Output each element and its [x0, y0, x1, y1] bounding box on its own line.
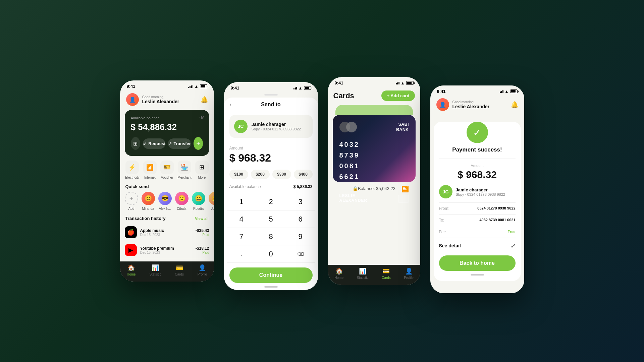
amount-label-4: Amount	[434, 159, 521, 169]
tx-youtube[interactable]: ▶ Youtube premium Dec 15, 2023 -$18,12 P…	[125, 241, 209, 259]
nav-home-1[interactable]: 🏠 Home	[127, 264, 136, 276]
key-dot[interactable]: .	[227, 245, 256, 263]
preset-100[interactable]: $100	[229, 170, 248, 179]
icon-internet[interactable]: 📶 Internet	[143, 161, 157, 179]
tx-apple-music[interactable]: 🍎 Apple music Dec 15, 2023 -$35,43 Paid	[125, 224, 209, 241]
cards-header: Cards + Add card	[328, 87, 420, 105]
status-icons-1: ▲	[188, 84, 207, 89]
success-header: 👤 Good morning, Leslie Alexander 🔔	[430, 96, 524, 115]
back-home-button[interactable]: Back to home	[439, 255, 516, 271]
key-8[interactable]: 8	[256, 228, 286, 245]
eye-icon[interactable]: 👁	[199, 115, 205, 121]
contact-alex[interactable]: 😎 Alex h...	[158, 192, 172, 210]
wifi-icon: ▲	[195, 84, 199, 89]
home-header: 👤 Good morning, Leslie Alexander 🔔	[120, 90, 214, 110]
nav-home-3[interactable]: 🏠 Home	[334, 267, 343, 280]
balance-card: 👁 Available balance $ 54,886.32 ⊞ ↙Reque…	[125, 110, 209, 156]
contact-joh[interactable]: 🤗 Joh...	[209, 192, 214, 210]
contact-dibala[interactable]: 🙂 Dibala	[175, 192, 189, 210]
contact-rosdia[interactable]: 😄 Rosdia	[192, 192, 205, 210]
transfer-button[interactable]: ↗Transfer	[168, 138, 191, 149]
key-backspace[interactable]: ⌫	[286, 245, 315, 263]
card-bg	[335, 105, 413, 115]
balance-amount: $ 54,886.32	[131, 122, 203, 132]
success-amount: $ 968.32	[434, 169, 521, 180]
nav-statistic-1[interactable]: 📊 Statistic	[149, 264, 161, 276]
nav-cards-3[interactable]: 💳 Cards	[382, 267, 391, 280]
numpad: 1 2 3 4 5 6 7 8 9 . 0 ⌫	[224, 192, 318, 264]
recipient-avatar-4: JC	[439, 185, 452, 198]
nav-profile-1[interactable]: 👤 Profile	[198, 264, 207, 276]
icon-more[interactable]: ⊞ More	[195, 161, 209, 179]
request-button[interactable]: ↙Request	[143, 138, 165, 149]
key-4[interactable]: 4	[227, 210, 256, 228]
user-name-1: Leslie Alexander	[142, 99, 179, 104]
key-3[interactable]: 3	[286, 193, 315, 210]
icon-merchant[interactable]: 🏪 Merchant	[177, 161, 192, 179]
contactless-icon: 📶	[401, 185, 409, 193]
balance-label: Available balance	[131, 116, 203, 120]
amount-section: Amount $ 968.32	[224, 141, 318, 167]
preset-400[interactable]: $400	[294, 170, 313, 179]
status-bar-3: 9:41 ▲	[328, 77, 420, 87]
key-2[interactable]: 2	[256, 193, 286, 210]
preset-200[interactable]: $200	[251, 170, 270, 179]
icon-voucher[interactable]: 🎫 Voucher	[160, 161, 174, 179]
avatar-4: 👤	[436, 98, 449, 111]
credit-card: SABIBANK 4032873900816621 LESLIEALEXANDE…	[333, 115, 416, 182]
quick-send-list: + Add 😊 Miranda 😎 Alex h... 🙂 Dibala 😄 R…	[120, 192, 214, 214]
notification-icon[interactable]: 🔔	[201, 96, 208, 103]
battery-icon	[200, 84, 207, 88]
greeting-text: Good morning,	[142, 95, 179, 99]
action-buttons: ⊞ ↙Request ↗Transfer +	[131, 137, 203, 150]
scan-button[interactable]: ⊞	[131, 137, 141, 150]
quick-send-header: Quick send	[120, 182, 214, 192]
battery-2	[304, 86, 311, 90]
recipient-card: JC Jamie charager Sbpy · 0324 01278 0938…	[229, 115, 313, 138]
share-icon[interactable]: ⤢	[511, 242, 516, 249]
quick-icons: ⚡ Electricity 📶 Internet 🎫 Voucher 🏪 Mer…	[120, 156, 214, 182]
apple-icon: 🍎	[125, 226, 137, 238]
key-6[interactable]: 6	[286, 210, 315, 228]
success-icon: ✓	[467, 122, 488, 143]
to-row: To: 4032 8739 0081 6621	[439, 215, 516, 226]
time-4: 9:41	[437, 89, 446, 94]
key-0[interactable]: 0	[256, 245, 286, 263]
transaction-list: 🍎 Apple music Dec 15, 2023 -$35,43 Paid …	[120, 224, 214, 259]
mastercard-logo	[339, 122, 357, 132]
from-row: From: 0324 01278 0938 9822	[439, 203, 516, 215]
add-card-button[interactable]: + Add card	[381, 90, 415, 101]
contact-miranda[interactable]: 😊 Miranda	[142, 192, 155, 210]
key-1[interactable]: 1	[227, 193, 256, 210]
status-bar-2: 9:41 ▲	[224, 82, 318, 92]
key-9[interactable]: 9	[286, 228, 315, 245]
card-holder: LESLIEALEXANDER	[339, 193, 368, 203]
status-bar-4: 9:41 ▲	[430, 85, 524, 96]
phone-send: 9:41 ▲ ‹ Send to JC Jamie charager Sbpy …	[224, 82, 318, 290]
fee-row: Fee Free	[439, 226, 516, 238]
nav-profile-3[interactable]: 👤 Profile	[404, 267, 413, 280]
icon-electricity[interactable]: ⚡ Electricity	[125, 161, 140, 179]
recipient-avatar: JC	[234, 120, 248, 133]
phone-cards: 9:41 ▲ Cards + Add card SABIBANK	[328, 77, 420, 285]
see-detail-row: See detail ⤢	[434, 238, 521, 253]
wifi-2: ▲	[299, 86, 303, 90]
key-7[interactable]: 7	[227, 228, 256, 245]
bell-4[interactable]: 🔔	[511, 101, 518, 108]
bank-name: SABIBANK	[396, 122, 409, 132]
key-5[interactable]: 5	[256, 210, 286, 228]
time-2: 9:41	[231, 85, 239, 90]
card-number: 4032873900816621	[339, 139, 409, 182]
signal-2	[293, 87, 297, 89]
nav-statistic-3[interactable]: 📊 Statistic	[357, 267, 369, 280]
back-button[interactable]: ‹	[229, 101, 231, 108]
add-button[interactable]: +	[194, 137, 203, 150]
user-info: 👤 Good morning, Leslie Alexander	[126, 93, 179, 106]
divider	[439, 159, 516, 159]
nav-cards-1[interactable]: 💳 Cards	[175, 264, 184, 276]
preset-300[interactable]: $300	[272, 170, 291, 179]
continue-button[interactable]: Continue	[229, 267, 313, 283]
drag-handle	[264, 94, 278, 96]
add-contact[interactable]: + Add	[125, 192, 138, 210]
bottom-bar-2	[264, 286, 278, 288]
